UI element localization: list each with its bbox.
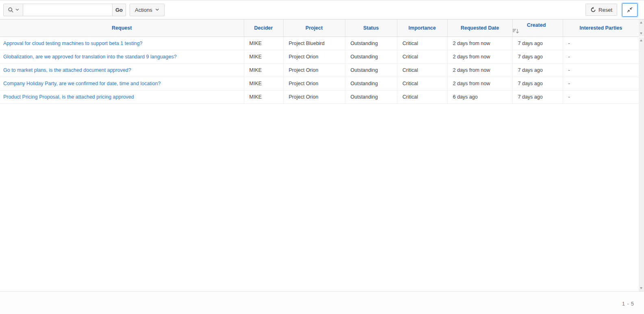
cell-importance: Critical — [397, 77, 447, 90]
reset-button-label: Reset — [598, 7, 612, 13]
toolbar: Go Actions Reset — [0, 0, 644, 19]
cell-decider: MIKE — [244, 77, 283, 90]
column-header-status[interactable]: Status — [345, 19, 397, 37]
cell-importance: Critical — [397, 50, 447, 63]
column-header-request[interactable]: Request — [0, 19, 244, 37]
reset-button[interactable]: Reset — [585, 4, 617, 16]
cell-status: Outstanding — [345, 90, 397, 103]
column-header-interested-parties[interactable]: Interested Parties — [563, 19, 639, 37]
table-row: Product Pricing Proposal, is the attache… — [0, 90, 639, 103]
cell-decider: MIKE — [244, 90, 283, 103]
search-options-button[interactable] — [3, 4, 23, 16]
cell-interested-parties: - — [563, 63, 639, 77]
cell-decider: MIKE — [244, 37, 283, 50]
cell-importance: Critical — [397, 37, 447, 50]
body-scrollbar[interactable] — [639, 37, 644, 291]
interactive-report-table: Request Decider Project Status Importanc… — [0, 19, 639, 104]
scroll-up-arrow-icon[interactable] — [640, 22, 642, 24]
cell-interested-parties: - — [563, 37, 639, 50]
cell-created: 7 days ago — [512, 77, 563, 90]
collapse-region-button[interactable] — [622, 3, 637, 17]
request-link[interactable]: Product Pricing Proposal, is the attache… — [3, 94, 134, 100]
scroll-up-arrow-icon[interactable] — [640, 39, 642, 41]
pagination-range: 1 - 5 — [622, 301, 634, 314]
actions-button-label: Actions — [135, 7, 152, 13]
request-link[interactable]: Go to market plans, is the attached docu… — [3, 67, 131, 73]
search-icon — [8, 7, 14, 13]
column-header-requested-date[interactable]: Requested Date — [447, 19, 512, 37]
cell-interested-parties: - — [563, 50, 639, 63]
cell-requested-date: 2 days from now — [447, 37, 512, 50]
cell-project: Project Bluebird — [283, 37, 345, 50]
chevron-down-icon — [15, 9, 19, 11]
sort-descending-icon — [513, 29, 563, 34]
report-footer: 1 - 5 — [0, 291, 644, 314]
cell-request: Approval for cloud testing machines to s… — [0, 37, 244, 50]
column-header-created-label: Created — [527, 22, 546, 28]
table-row: Company Holiday Party, are we confirmed … — [0, 77, 639, 90]
cell-created: 7 days ago — [512, 50, 563, 63]
cell-status: Outstanding — [345, 63, 397, 77]
header-scrollbar[interactable] — [639, 19, 644, 37]
reset-icon — [590, 7, 596, 13]
grid-area: Request Decider Project Status Importanc… — [0, 19, 639, 291]
cell-project: Project Orion — [283, 77, 345, 90]
cell-status: Outstanding — [345, 50, 397, 63]
cell-importance: Critical — [397, 63, 447, 77]
table-row: Go to market plans, is the attached docu… — [0, 63, 639, 77]
cell-request: Product Pricing Proposal, is the attache… — [0, 90, 244, 103]
column-header-created[interactable]: Created — [512, 19, 563, 37]
cell-project: Project Orion — [283, 50, 345, 63]
cell-requested-date: 6 days ago — [447, 90, 512, 103]
column-header-importance[interactable]: Importance — [397, 19, 447, 37]
chevron-down-icon — [155, 9, 159, 11]
vertical-scrollbar-strip — [639, 19, 644, 291]
cell-requested-date: 2 days from now — [447, 50, 512, 63]
scroll-down-arrow-icon[interactable] — [640, 287, 642, 289]
cell-status: Outstanding — [345, 37, 397, 50]
search-bar: Go — [3, 4, 126, 16]
actions-button[interactable]: Actions — [130, 4, 165, 16]
table-row: Approval for cloud testing machines to s… — [0, 37, 639, 50]
scroll-down-arrow-icon[interactable] — [640, 32, 642, 34]
report-region: Request Decider Project Status Importanc… — [0, 19, 644, 291]
table-row: Globalization, are we approved for trans… — [0, 50, 639, 63]
cell-requested-date: 2 days from now — [447, 77, 512, 90]
cell-request: Company Holiday Party, are we confirmed … — [0, 77, 244, 90]
cell-project: Project Orion — [283, 63, 345, 77]
go-button[interactable]: Go — [113, 4, 126, 16]
cell-interested-parties: - — [563, 77, 639, 90]
request-link[interactable]: Company Holiday Party, are we confirmed … — [3, 81, 160, 86]
request-link[interactable]: Approval for cloud testing machines to s… — [3, 41, 143, 46]
header-row: Request Decider Project Status Importanc… — [0, 19, 639, 37]
column-header-decider[interactable]: Decider — [244, 19, 283, 37]
cell-interested-parties: - — [563, 90, 639, 103]
toolbar-right: Reset — [585, 3, 637, 17]
cell-created: 7 days ago — [512, 63, 563, 77]
cell-requested-date: 2 days from now — [447, 63, 512, 77]
cell-project: Project Orion — [283, 90, 345, 103]
cell-importance: Critical — [397, 90, 447, 103]
request-link[interactable]: Globalization, are we approved for trans… — [3, 54, 177, 60]
cell-created: 7 days ago — [512, 90, 563, 103]
collapse-icon — [627, 6, 633, 13]
cell-request: Go to market plans, is the attached docu… — [0, 63, 244, 77]
column-header-project[interactable]: Project — [283, 19, 345, 37]
cell-decider: MIKE — [244, 63, 283, 77]
cell-status: Outstanding — [345, 77, 397, 90]
search-input[interactable] — [23, 4, 113, 16]
cell-decider: MIKE — [244, 50, 283, 63]
cell-request: Globalization, are we approved for trans… — [0, 50, 244, 63]
cell-created: 7 days ago — [512, 37, 563, 50]
